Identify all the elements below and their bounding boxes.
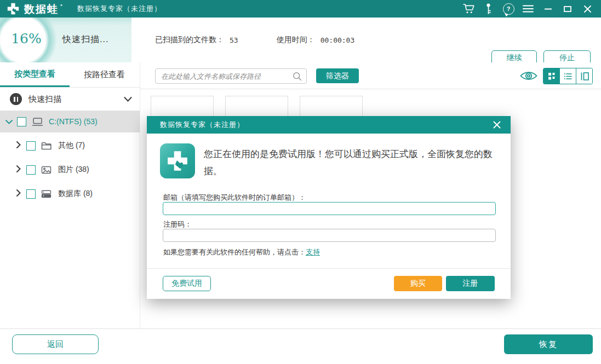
elapsed-time-value: 00:00:03	[320, 36, 355, 44]
column-view-icon[interactable]	[576, 68, 592, 84]
logo-text: 数据蛙	[24, 4, 59, 14]
files-scanned-label: 已扫描到的文件数：	[155, 35, 224, 45]
free-trial-button[interactable]: 免费试用	[163, 276, 211, 291]
database-icon	[41, 190, 51, 198]
tab-view-by-type[interactable]: 按类型查看	[0, 62, 70, 87]
chevron-right-icon[interactable]	[16, 165, 21, 175]
sidebar: 按类型查看 按路径查看 快速扫描 C:(NTFS) (53)	[0, 62, 140, 328]
dialog-title: 数据恢复专家（未注册）	[160, 120, 244, 130]
grid-view-icon[interactable]	[543, 68, 559, 84]
scan-status-text: 快速扫描...	[62, 34, 108, 45]
drive-icon	[32, 117, 43, 126]
register-button[interactable]: 注册	[446, 276, 495, 291]
trial-message: 您正在使用的是免费试用版！您可以通过购买正式版，全面恢复您的数据。	[204, 146, 497, 179]
menu-icon[interactable]	[521, 2, 535, 16]
recover-button[interactable]: 恢复	[504, 334, 593, 354]
eye-icon[interactable]	[519, 70, 538, 82]
email-label: 邮箱（请填写您购买此软件时的订单邮箱）：	[163, 193, 306, 203]
back-button[interactable]: 返回	[12, 334, 99, 354]
pause-icon[interactable]	[10, 93, 22, 105]
scan-header: 16% 快速扫描... 已扫描到的文件数： 53 使用时间： 00:00:03 …	[0, 18, 601, 63]
other-label: 其他 (7)	[58, 141, 85, 151]
sidebar-tabs: 按类型查看 按路径查看	[0, 62, 140, 88]
help-line: 如果您需要有关此软件的任何帮助，请点击：支持	[163, 247, 320, 257]
tree-item-other[interactable]: 其他 (7)	[0, 135, 140, 157]
list-view-icon[interactable]	[559, 68, 576, 84]
dialog-close-icon[interactable]	[493, 121, 501, 129]
search-input[interactable]	[156, 72, 293, 80]
help-text: 如果您需要有关此软件的任何帮助，请点击：	[163, 248, 306, 256]
other-checkbox[interactable]	[26, 141, 36, 151]
files-scanned-count: 53	[230, 36, 238, 44]
tree-item-images[interactable]: 图片 (38)	[0, 159, 140, 181]
minimize-icon[interactable]	[541, 2, 555, 16]
register-code-field[interactable]	[163, 229, 496, 242]
close-icon[interactable]	[580, 2, 594, 16]
search-icon[interactable]	[293, 72, 306, 81]
chevron-right-icon[interactable]	[16, 141, 21, 151]
scan-progress-panel: 16% 快速扫描...	[0, 18, 131, 62]
window-title: 数据恢复专家（未注册）	[77, 4, 162, 14]
dialog-header: 数据恢复专家（未注册）	[147, 116, 511, 134]
drive-c-checkbox[interactable]	[17, 117, 26, 126]
titlebar: 数据蛙 ✦ 数据恢复专家（未注册） ?	[0, 0, 601, 18]
images-checkbox[interactable]	[26, 165, 36, 175]
dialog-footer-divider	[147, 268, 511, 269]
frog-cross-logo-icon	[7, 2, 20, 15]
search-box	[155, 68, 307, 84]
registration-dialog: 数据恢复专家（未注册） 您正在使用的是免费试用版！您可以通过购买正式版，全面恢复…	[147, 116, 511, 299]
chevron-down-icon[interactable]	[5, 117, 13, 126]
key-icon[interactable]	[482, 2, 496, 16]
logo-sparkle-icon: ✦	[60, 3, 63, 8]
images-label: 图片 (38)	[58, 165, 89, 175]
scan-mode-label: 快速扫描	[28, 94, 61, 105]
help-question-glyph: ?	[503, 3, 514, 15]
support-link[interactable]: 支持	[306, 248, 320, 256]
folder-icon	[41, 142, 51, 150]
buy-button[interactable]: 购买	[394, 276, 442, 291]
progress-percent: 16%	[11, 31, 42, 47]
database-label: 数据库 (8)	[58, 189, 93, 199]
results-toolbar: 筛选器	[140, 62, 601, 89]
chevron-right-icon[interactable]	[16, 189, 21, 199]
drive-c-label: C:(NTFS) (53)	[49, 117, 98, 126]
chevron-down-icon[interactable]	[124, 94, 132, 104]
tab-view-by-path[interactable]: 按路径查看	[70, 62, 139, 87]
view-mode-switch	[543, 68, 593, 84]
help-icon[interactable]: ?	[501, 2, 516, 16]
image-icon	[41, 166, 51, 174]
elapsed-time-label: 使用时间：	[277, 35, 315, 45]
cart-icon[interactable]	[462, 2, 476, 16]
filter-button[interactable]: 筛选器	[316, 68, 359, 83]
scan-mode-row[interactable]: 快速扫描	[0, 88, 140, 111]
frog-cross-logo-icon	[160, 143, 195, 178]
database-checkbox[interactable]	[26, 189, 36, 199]
maximize-icon[interactable]	[560, 2, 575, 16]
email-field[interactable]	[163, 202, 496, 215]
register-code-label: 注册码：	[163, 219, 192, 229]
bottom-bar: 返回 恢复	[0, 328, 601, 364]
tree-item-database[interactable]: 数据库 (8)	[0, 183, 140, 205]
tree-item-drive-c[interactable]: C:(NTFS) (53)	[0, 111, 140, 132]
app-logo: 数据蛙 ✦	[0, 2, 63, 15]
